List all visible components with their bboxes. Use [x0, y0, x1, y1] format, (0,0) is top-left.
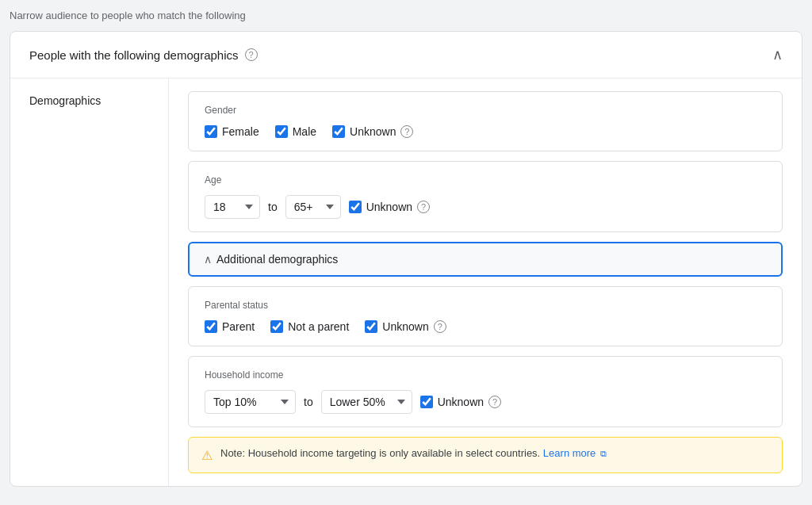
gender-checkbox-row: Female Male Unknown ?	[205, 125, 766, 138]
parental-unknown-help-icon[interactable]: ?	[434, 320, 446, 333]
learn-more-link[interactable]: Learn more ⧉	[543, 447, 607, 459]
age-unknown-item[interactable]: Unknown ?	[349, 201, 430, 213]
income-to-label: to	[304, 396, 313, 408]
age-section: Age 18 25 35 45 55 65+ to 25 35 45	[188, 161, 783, 232]
gender-section-label: Gender	[205, 105, 766, 116]
parental-unknown-item[interactable]: Unknown ?	[365, 320, 446, 333]
gender-male-item[interactable]: Male	[275, 125, 316, 138]
gender-unknown-label: Unknown	[350, 125, 396, 138]
gender-female-label: Female	[222, 125, 259, 138]
learn-more-text: Learn more	[543, 447, 596, 459]
gender-female-item[interactable]: Female	[205, 125, 259, 138]
parental-not-parent-label: Not a parent	[288, 320, 349, 333]
parental-parent-item[interactable]: Parent	[205, 320, 255, 333]
card-header: People with the following demographics ?…	[10, 32, 802, 78]
gender-female-checkbox[interactable]	[205, 125, 217, 138]
help-icon[interactable]: ?	[245, 48, 258, 61]
gender-male-label: Male	[293, 125, 316, 138]
parental-unknown-label: Unknown	[382, 320, 428, 333]
main-card: People with the following demographics ?…	[10, 31, 802, 487]
parental-not-parent-item[interactable]: Not a parent	[270, 320, 349, 333]
income-section-label: Household income	[205, 369, 766, 381]
gender-unknown-item[interactable]: Unknown ?	[332, 125, 413, 138]
age-section-label: Age	[205, 174, 766, 186]
age-from-select[interactable]: 18 25 35 45 55 65+	[205, 195, 260, 219]
parental-section: Parental status Parent Not a parent Unkn…	[188, 286, 783, 346]
income-unknown-item[interactable]: Unknown ?	[420, 396, 501, 408]
warning-icon: ⚠	[201, 448, 213, 463]
age-unknown-label: Unknown	[366, 201, 412, 213]
parental-parent-checkbox[interactable]	[205, 320, 217, 333]
income-unknown-help-icon[interactable]: ?	[488, 396, 501, 408]
income-row: Top 10% Top 11-20% Top 21-30% Top 31-40%…	[205, 390, 766, 414]
warning-text: Note: Household income targeting is only…	[220, 447, 607, 459]
income-unknown-checkbox[interactable]	[420, 396, 433, 408]
main-content: Gender Female Male Unknown ?	[169, 78, 802, 486]
age-unknown-help-icon[interactable]: ?	[417, 201, 430, 213]
income-from-select[interactable]: Top 10% Top 11-20% Top 21-30% Top 31-40%…	[205, 390, 296, 414]
parental-section-label: Parental status	[205, 300, 766, 311]
warning-box: ⚠ Note: Household income targeting is on…	[188, 437, 783, 473]
age-to-label: to	[268, 201, 278, 213]
gender-section: Gender Female Male Unknown ?	[188, 91, 783, 151]
income-to-select[interactable]: Top 10% Top 11-20% Top 21-30% Top 31-40%…	[321, 390, 412, 414]
income-section: Household income Top 10% Top 11-20% Top …	[188, 356, 783, 427]
collapse-button[interactable]: ∧	[772, 46, 783, 63]
parental-unknown-checkbox[interactable]	[365, 320, 377, 333]
card-content: Demographics Gender Female Male	[10, 78, 802, 486]
sidebar-label: Demographics	[29, 94, 101, 107]
parental-not-parent-checkbox[interactable]	[270, 320, 283, 333]
gender-unknown-help-icon[interactable]: ?	[400, 125, 413, 138]
sidebar: Demographics	[10, 78, 169, 486]
warning-text-content: Note: Household income targeting is only…	[220, 447, 540, 459]
card-header-left: People with the following demographics ?	[29, 48, 258, 62]
external-link-icon: ⧉	[600, 449, 607, 458]
card-header-title: People with the following demographics	[29, 48, 239, 62]
age-row: 18 25 35 45 55 65+ to 25 35 45 55 65+	[205, 195, 766, 219]
gender-male-checkbox[interactable]	[275, 125, 288, 138]
gender-unknown-checkbox[interactable]	[332, 125, 345, 138]
additional-demographics-chevron: ∧	[204, 253, 212, 266]
page-subtitle: Narrow audience to people who match the …	[10, 10, 802, 21]
income-unknown-label: Unknown	[438, 396, 484, 408]
parental-checkbox-row: Parent Not a parent Unknown ?	[205, 320, 766, 333]
parental-parent-label: Parent	[222, 320, 255, 333]
age-unknown-checkbox[interactable]	[349, 201, 362, 213]
additional-demographics-label: Additional demographics	[216, 253, 338, 266]
additional-demographics-button[interactable]: ∧ Additional demographics	[188, 242, 783, 277]
age-to-select[interactable]: 25 35 45 55 65+	[285, 195, 341, 219]
